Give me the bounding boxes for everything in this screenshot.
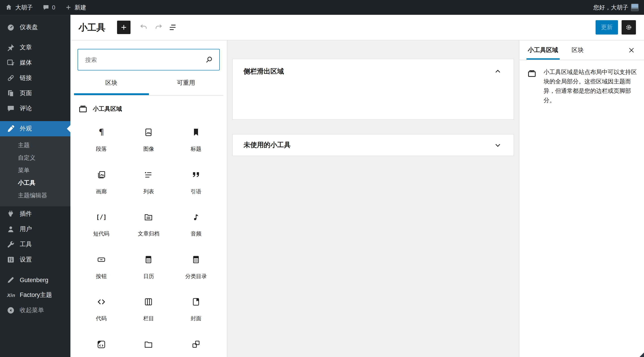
undo-button[interactable] bbox=[137, 20, 151, 34]
sidebar-subitem-theme-editor[interactable]: 主题编辑器 bbox=[0, 189, 70, 202]
greeting: 您好，大胡子 bbox=[593, 3, 628, 12]
block-label: 标题 bbox=[190, 145, 201, 153]
sidebar-item-label: 媒体 bbox=[20, 59, 32, 67]
gallery-icon bbox=[96, 169, 107, 180]
block-item[interactable]: 短代码 bbox=[78, 208, 125, 250]
tab-block[interactable]: 区块 bbox=[570, 40, 585, 60]
block-item[interactable]: 音频 bbox=[172, 208, 220, 250]
block-inserter-toggle-button[interactable] bbox=[117, 21, 130, 34]
tab-widget-area[interactable]: 小工具区域 bbox=[526, 40, 560, 60]
block-item[interactable]: 按钮 bbox=[78, 250, 125, 293]
tab-blocks[interactable]: 区块 bbox=[74, 70, 149, 95]
comment-bubble-icon bbox=[6, 104, 15, 113]
settings-tabs: 小工具区域 区块 bbox=[519, 40, 644, 60]
quote-icon bbox=[190, 169, 201, 180]
file-icon bbox=[143, 339, 154, 350]
sidebar-item-tools[interactable]: 工具 bbox=[0, 237, 70, 252]
block-item[interactable]: 引语 bbox=[172, 166, 220, 208]
inactive-widgets-panel: 未使用的小工具 bbox=[232, 134, 514, 156]
widgets-canvas: 侧栏滑出区域 未使用的小工具 bbox=[227, 40, 519, 357]
my-account-link[interactable]: 您好，大胡子 bbox=[588, 0, 644, 15]
list-view-button[interactable] bbox=[166, 20, 180, 34]
sidebar-item-xin-factory-theme[interactable]: Xin Factory主题 bbox=[0, 288, 70, 303]
plus-icon bbox=[120, 23, 128, 32]
svg-text:Xin: Xin bbox=[7, 293, 15, 298]
inactive-widgets-title: 未使用的小工具 bbox=[244, 141, 290, 149]
block-label: 日历 bbox=[143, 272, 154, 280]
sidebar-subitem-menus[interactable]: 菜单 bbox=[0, 164, 70, 177]
block-category-label: 小工具区域 bbox=[93, 105, 122, 113]
sidebar-item-appearance[interactable]: 外观 bbox=[0, 121, 70, 136]
sidebar-subitem-customize[interactable]: 自定义 bbox=[0, 152, 70, 164]
block-item[interactable]: 标题 bbox=[172, 123, 220, 166]
sidebar-item-media[interactable]: 媒体 bbox=[0, 55, 70, 70]
chevron-up-icon bbox=[493, 66, 503, 76]
close-settings-button[interactable] bbox=[624, 43, 638, 57]
block-label: 图像 bbox=[143, 145, 154, 153]
user-icon bbox=[6, 225, 15, 234]
sidebar-item-plugins[interactable]: 插件 bbox=[0, 206, 70, 222]
audio-icon bbox=[190, 212, 201, 222]
wrench-icon bbox=[6, 240, 15, 249]
sidebar-item-users[interactable]: 用户 bbox=[0, 222, 70, 237]
sidebar-item-label: 工具 bbox=[20, 240, 32, 248]
tab-reusable[interactable]: 可重用 bbox=[149, 70, 223, 95]
block-item[interactable]: 列表 bbox=[125, 166, 172, 208]
sidebar-item-pages[interactable]: 页面 bbox=[0, 86, 70, 101]
bookmark-icon bbox=[190, 127, 201, 138]
sidebar-item-gutenberg[interactable]: Gutenberg bbox=[0, 272, 70, 288]
block-item[interactable]: 段落 bbox=[78, 123, 125, 166]
undo-icon bbox=[139, 22, 149, 32]
block-label: 短代码 bbox=[93, 230, 110, 238]
sliders-icon bbox=[6, 255, 15, 264]
block-item[interactable]: 画廊 bbox=[78, 166, 125, 208]
sidebar-item-dashboard[interactable]: 仪表盘 bbox=[0, 20, 70, 35]
custom-html-icon bbox=[96, 339, 107, 350]
block-label: 代码 bbox=[96, 315, 107, 322]
sidebar-subitem-widgets[interactable]: 小工具 bbox=[0, 177, 70, 189]
block-item[interactable]: 图像 bbox=[125, 123, 172, 166]
block-label: 列表 bbox=[143, 188, 154, 195]
block-item[interactable]: 日历 bbox=[125, 250, 172, 293]
site-home-link[interactable]: 大胡子 bbox=[0, 0, 38, 15]
plus-icon bbox=[65, 4, 72, 11]
close-icon bbox=[627, 46, 636, 54]
chevron-down-icon bbox=[493, 140, 503, 150]
block-item[interactable]: 文章归档 bbox=[125, 208, 172, 250]
block-label: 栏目 bbox=[143, 315, 154, 322]
settings-toggle-button[interactable] bbox=[622, 20, 636, 34]
sidebar-item-collapse-menu[interactable]: 收起菜单 bbox=[0, 303, 70, 318]
block-search-input[interactable] bbox=[78, 49, 220, 70]
block-item[interactable]: 栏目 bbox=[125, 293, 172, 335]
widget-area-panel-toggle[interactable]: 侧栏滑出区域 bbox=[233, 59, 514, 76]
sidebar-item-links[interactable]: 链接 bbox=[0, 70, 70, 86]
dashboard-icon bbox=[6, 23, 15, 32]
redo-button[interactable] bbox=[151, 20, 166, 34]
sidebar-item-label: 外观 bbox=[20, 125, 32, 133]
search-icon bbox=[204, 54, 214, 67]
block-item[interactable]: 代码 bbox=[78, 293, 125, 335]
settings-sidebar: 小工具区域 区块 小工具区域是站点布局中可以支持区块的全局部分。这些区域因主题而… bbox=[519, 40, 644, 357]
update-button[interactable]: 更新 bbox=[596, 20, 618, 34]
sidebar-item-comments[interactable]: 评论 bbox=[0, 101, 70, 116]
paragraph-icon bbox=[96, 127, 107, 138]
comment-count: 0 bbox=[52, 4, 55, 11]
block-item[interactable]: 封面 bbox=[172, 293, 220, 335]
block-item[interactable] bbox=[125, 335, 172, 357]
block-item[interactable] bbox=[172, 335, 220, 357]
inactive-widgets-panel-toggle[interactable]: 未使用的小工具 bbox=[233, 134, 514, 156]
new-content-link[interactable]: 新建 bbox=[60, 0, 91, 15]
site-name: 大胡子 bbox=[15, 3, 33, 12]
comments-shortcut[interactable]: 0 bbox=[38, 0, 60, 15]
block-item[interactable]: 分类目录 bbox=[172, 250, 220, 293]
image-icon bbox=[143, 127, 154, 138]
block-item[interactable] bbox=[78, 335, 125, 357]
home-icon bbox=[5, 4, 12, 11]
block-label: 段落 bbox=[96, 145, 107, 153]
sidebar-item-settings[interactable]: 设置 bbox=[0, 252, 70, 267]
widget-area-description-block: 小工具区域是站点布局中可以支持区块的全局部分。这些区域因主题而异，但通常都是您的… bbox=[519, 60, 644, 112]
sidebar-subitem-themes[interactable]: 主题 bbox=[0, 139, 70, 152]
sidebar-item-posts[interactable]: 文章 bbox=[0, 40, 70, 55]
sidebar-item-label: 收起菜单 bbox=[20, 306, 44, 314]
calendar-icon bbox=[143, 254, 154, 265]
